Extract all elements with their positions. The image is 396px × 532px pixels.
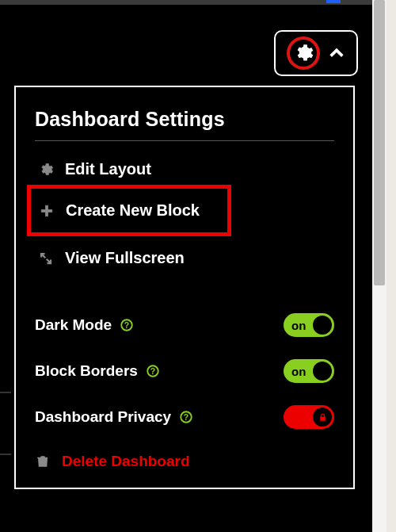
toggle-label-text: Dark Mode [35,316,112,334]
delete-label: Delete Dashboard [62,453,190,470]
settings-panel: Dashboard Settings Edit Layout Create Ne… [14,86,355,489]
svg-text:?: ? [124,320,129,330]
scrollbar-thumb[interactable] [374,0,385,285]
toggle-knob [313,316,332,335]
menu-delete-dashboard[interactable]: Delete Dashboard [35,440,334,470]
toggle-knob [313,408,332,427]
expand-icon [38,251,54,266]
menu-view-fullscreen[interactable]: View Fullscreen [35,241,334,275]
toggle-row-dark-mode: Dark Mode ? on [35,302,334,348]
annotation-circle [287,36,320,70]
trash-icon [35,454,51,469]
toggle-state-label: on [291,365,306,378]
help-icon[interactable]: ? [179,410,193,424]
plus-icon [39,204,55,218]
help-icon[interactable]: ? [146,364,160,378]
menu-create-block[interactable]: Create New Block [36,190,227,231]
background-stub [0,392,11,455]
svg-text:?: ? [184,412,188,422]
dashboard-privacy-toggle[interactable] [284,405,334,429]
annotation-highlight-box: Create New Block [27,185,231,236]
toggle-state-label: on [291,319,306,332]
settings-gear-button[interactable] [274,30,358,76]
help-icon[interactable]: ? [120,318,134,332]
toggle-knob [313,362,332,381]
panel-title: Dashboard Settings [35,108,334,141]
menu-label: Edit Layout [65,160,151,178]
menu-edit-layout[interactable]: Edit Layout [35,152,334,186]
toggle-row-dashboard-privacy: Dashboard Privacy ? [35,394,334,440]
chevron-up-icon [328,44,345,62]
toggle-row-block-borders: Block Borders ? on [35,348,334,394]
menu-label: View Fullscreen [65,249,185,267]
gear-icon [38,163,54,177]
lock-icon [318,412,328,423]
gear-icon [293,43,314,63]
dark-mode-toggle[interactable]: on [284,313,334,337]
toggle-label-text: Block Borders [35,362,138,380]
block-borders-toggle[interactable]: on [284,359,334,383]
app-viewport: Dashboard Settings Edit Layout Create Ne… [0,0,372,532]
menu-label: Create New Block [66,201,200,220]
toggle-label-text: Dashboard Privacy [35,408,171,426]
svg-text:?: ? [150,366,155,376]
scrollbar-track[interactable] [372,0,386,532]
